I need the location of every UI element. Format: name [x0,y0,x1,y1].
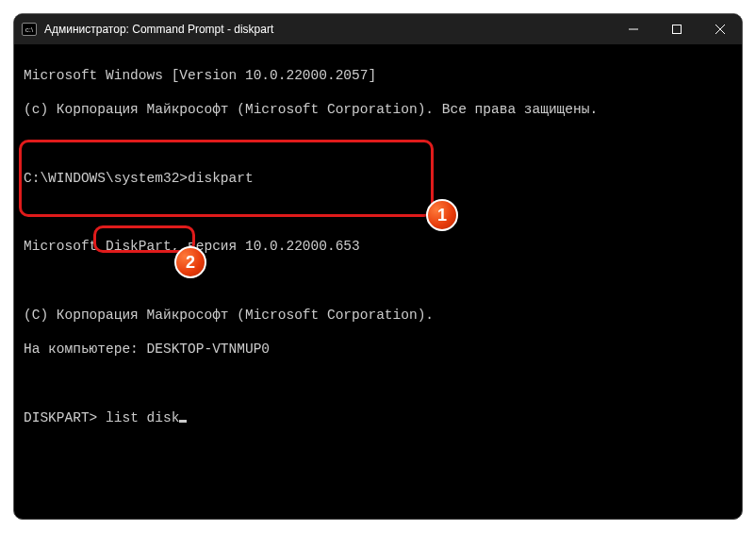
close-button[interactable] [698,14,742,44]
output-line: На компьютере: DESKTOP-VTNMUP0 [24,341,732,358]
titlebar-left: c:\ Администратор: Command Prompt - disk… [22,23,273,36]
badge-number: 1 [437,206,447,225]
prompt-command: diskpart [188,171,254,186]
output-blank [24,204,732,221]
window-title: Администратор: Command Prompt - diskpart [44,23,273,36]
prompt-line: DISKPART> list disk [24,409,732,426]
titlebar-controls [612,14,742,44]
cmd-icon: c:\ [22,23,37,36]
output-line: (C) Корпорация Майкрософт (Microsoft Cor… [24,307,732,324]
output-blank [24,375,732,391]
output-line: Microsoft Windows [Version 10.0.22000.20… [24,67,732,84]
badge-number: 2 [186,253,195,273]
prompt-line: C:\WINDOWS\system32>diskpart [24,170,732,187]
prompt-path: C:\WINDOWS\system32> [24,171,188,186]
output-line: (c) Корпорация Майкрософт (Microsoft Cor… [24,101,732,118]
prompt-command: list disk [97,410,179,425]
terminal-output[interactable]: Microsoft Windows [Version 10.0.22000.20… [14,44,742,470]
text-cursor [179,420,187,423]
output-line: Microsoft DiskPart, версия 10.0.22000.65… [24,238,732,255]
minimize-button[interactable] [612,14,655,44]
output-blank [24,273,732,290]
maximize-button[interactable] [655,14,698,44]
svg-rect-1 [673,25,682,34]
diskpart-prompt: DISKPART> [24,410,97,425]
command-prompt-window: c:\ Администратор: Command Prompt - disk… [13,13,743,520]
annotation-badge-1: 1 [426,199,458,231]
output-blank [24,136,732,153]
titlebar[interactable]: c:\ Администратор: Command Prompt - disk… [14,14,742,44]
annotation-badge-2: 2 [174,246,206,278]
